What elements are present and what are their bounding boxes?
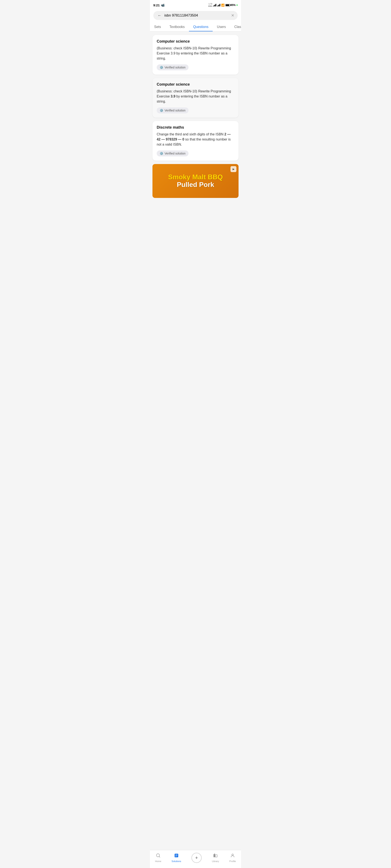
subject-label-2: Computer science (157, 82, 234, 87)
profile-icon (230, 853, 235, 859)
battery-dot (236, 4, 238, 6)
status-time: 9:21 (153, 3, 160, 7)
search-container: ← ✕ (150, 9, 241, 23)
bottom-nav: Home Solutions + Library (150, 850, 241, 868)
wifi-icon: 📶 (221, 4, 224, 7)
profile-label: Profile (230, 860, 236, 863)
nav-solutions[interactable]: Solutions (168, 852, 184, 863)
subject-label-1: Computer science (157, 39, 234, 44)
verified-badge-1: ⚙️ Verified solution (157, 64, 188, 70)
verified-badge-2: ⚙️ Verified solution (157, 107, 188, 113)
subject-label-3: Discrete maths (157, 125, 234, 130)
camera-icon: 📹 (161, 3, 164, 7)
play-icon: ▶ (233, 167, 235, 170)
verified-badge-3: ⚙️ Verified solution (157, 151, 188, 156)
ad-play-button[interactable]: ▶ (231, 166, 236, 172)
svg-point-6 (232, 854, 233, 856)
status-icons: 1.72 KB/s 📶 95% (208, 3, 238, 7)
question-text-3: Change the third and sixth digits of the… (157, 132, 234, 147)
home-label: Home (155, 860, 161, 863)
verified-label-3: Verified solution (164, 152, 185, 155)
add-button[interactable]: + (191, 853, 202, 863)
question-card-3[interactable]: Discrete maths Change the third and sixt… (152, 121, 239, 161)
solutions-label: Solutions (172, 860, 181, 863)
nav-add[interactable]: + (188, 852, 205, 864)
battery-icon (225, 4, 230, 6)
status-bar: 9:21 📹 1.72 KB/s 📶 95% (150, 0, 241, 9)
verified-label-1: Verified solution (164, 66, 185, 69)
ad-content: Smoky Malt BBQ Pulled Pork (164, 169, 227, 193)
tab-sets[interactable]: Sets (150, 23, 165, 31)
battery-percent: 95% (231, 4, 236, 6)
home-icon (156, 853, 160, 859)
question-card-1[interactable]: Computer science (Business: check ISBN-1… (152, 35, 239, 74)
verified-icon-3: ⚙️ (160, 152, 163, 155)
clear-button[interactable]: ✕ (231, 13, 234, 18)
signal-bars-2 (217, 4, 220, 6)
library-icon (213, 853, 218, 859)
solutions-icon (174, 853, 179, 859)
content-area: Computer science (Business: check ISBN-1… (150, 32, 241, 862)
search-input[interactable] (164, 13, 229, 18)
tab-textbooks[interactable]: Textbooks (165, 23, 189, 31)
add-icon: + (195, 856, 198, 860)
library-label: Library (212, 860, 219, 863)
back-button[interactable]: ← (157, 13, 162, 18)
signal-bars-1 (213, 4, 216, 6)
question-text-1: (Business: check ISBN-10) Rewrite Progra… (157, 46, 234, 61)
battery-indicator: 95% (225, 4, 238, 6)
nav-home[interactable]: Home (152, 852, 164, 863)
ad-title-line2: Pulled Pork (168, 181, 223, 189)
search-bar: ← ✕ (153, 11, 238, 20)
ad-title-line1: Smoky Malt BBQ (168, 173, 223, 181)
tabs-container: Sets Textbooks Questions Users Class (150, 23, 241, 32)
tab-class[interactable]: Class (230, 23, 241, 31)
network-speed: 1.72 KB/s (208, 3, 212, 7)
highlight-isbn: 2 — 42 — 978329 — 0 (157, 132, 231, 141)
question-card-2[interactable]: Computer science (Business: check ISBN-1… (152, 78, 239, 118)
question-text-2: (Business: check ISBN-10) Rewrite Progra… (157, 89, 234, 104)
highlight-3-9: 3.9 (171, 94, 175, 98)
svg-line-1 (159, 856, 160, 857)
verified-icon-1: ⚙️ (160, 66, 163, 69)
nav-library[interactable]: Library (208, 852, 222, 863)
tab-users[interactable]: Users (213, 23, 230, 31)
tab-questions[interactable]: Questions (189, 23, 213, 31)
verified-icon-2: ⚙️ (160, 109, 163, 112)
ad-banner[interactable]: Smoky Malt BBQ Pulled Pork ▶ (152, 164, 239, 198)
nav-profile[interactable]: Profile (226, 852, 239, 863)
verified-label-2: Verified solution (164, 109, 185, 112)
